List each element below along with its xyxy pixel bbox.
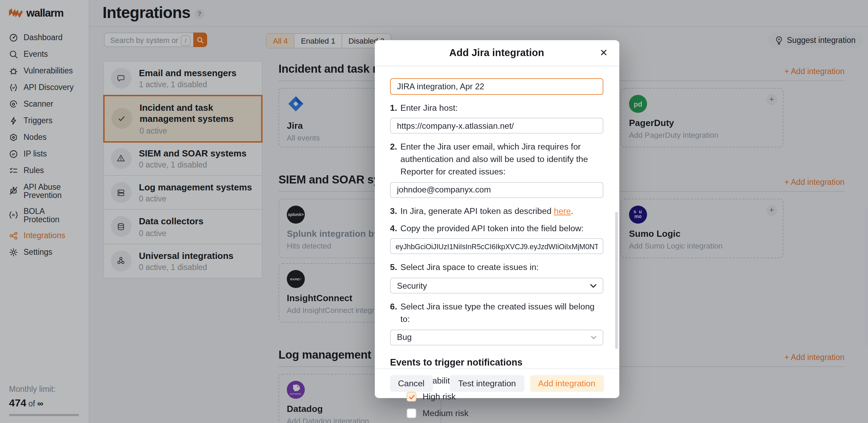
api-token-input[interactable] [390,238,603,254]
jira-email-input[interactable] [390,182,603,198]
step-1-label: 1. Enter Jira host: [390,102,603,115]
medium-risk-checkbox-row[interactable]: Medium risk [407,408,603,418]
step-3-label: 3. In Jira, generate API token as descri… [390,206,603,218]
step-5-label: 5. Select Jira space to create issues in… [390,262,603,274]
api-token-docs-link[interactable]: here [554,206,571,216]
modal-scrollbar-thumb[interactable] [615,212,618,349]
modal-footer: Cancel Test integration Add integration [374,368,619,398]
step-2-label: 2. Enter the Jira user email, which Jira… [390,142,603,179]
unchecked-checkbox-icon[interactable] [407,408,416,418]
app-root: wallarm DashboardEventsVulnerabilitiesAP… [0,0,868,423]
integration-name-input[interactable] [390,78,603,94]
cancel-button[interactable]: Cancel [390,375,433,392]
add-integration-button[interactable]: Add integration [530,375,604,392]
modal-title: Add Jira integration [449,47,544,58]
step-6-label: 6. Select Jira issue type the created is… [390,302,603,326]
test-integration-button[interactable]: Test integration [450,375,524,392]
events-section-title: Events to trigger notifications [390,357,603,368]
jira-issue-type-select[interactable]: Bug [390,330,603,345]
jira-host-input[interactable] [390,118,603,134]
close-icon[interactable]: ✕ [597,46,610,58]
step-4-label: 4. Copy the provided API token into the … [390,223,603,235]
add-jira-integration-modal: Add Jira integration ✕ 1. Enter Jira hos… [374,40,619,398]
chevron-down-icon [591,336,596,339]
jira-space-select[interactable]: Security [390,278,603,294]
page-scrollbar-thumb[interactable] [865,208,867,346]
medium-risk-label: Medium risk [423,408,469,418]
modal-header: Add Jira integration ✕ [374,40,619,66]
chevron-down-icon [590,284,596,288]
